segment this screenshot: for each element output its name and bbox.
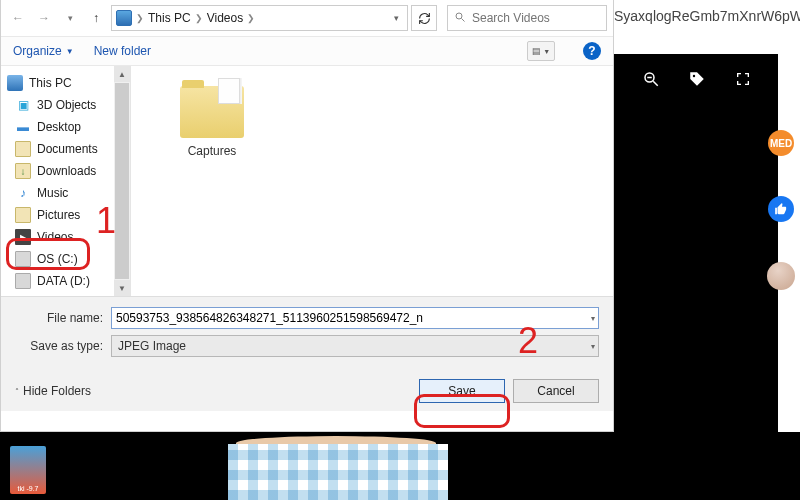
reaction-column: MED <box>766 130 796 290</box>
organize-menu[interactable]: Organize ▼ <box>13 44 74 58</box>
tree-scrollbar[interactable]: ▲ ▼ <box>114 66 130 296</box>
tree-downloads[interactable]: ↓ Downloads <box>1 160 130 182</box>
view-mode-button[interactable]: ▤ ▼ <box>527 41 555 61</box>
tree-pictures[interactable]: Pictures <box>1 204 130 226</box>
filename-label: File name: <box>15 311 111 325</box>
scroll-up-icon[interactable]: ▲ <box>114 66 130 82</box>
saveastype-label: Save as type: <box>15 339 111 353</box>
saveastype-value: JPEG Image <box>118 339 186 353</box>
chevron-down-icon: ▼ <box>543 48 550 55</box>
thumbnails-icon: ▤ <box>532 46 541 56</box>
svg-point-7 <box>693 75 695 77</box>
nav-back-icon[interactable]: ← <box>7 7 29 29</box>
tree-documents[interactable]: Documents <box>1 138 130 160</box>
tree-label: This PC <box>29 76 72 90</box>
folder-tree: This PC ▣ 3D Objects ▬ Desktop Documents… <box>1 66 131 296</box>
pc-icon <box>116 10 132 26</box>
address-bar[interactable]: ❯ This PC ❯ Videos ❯ ▾ <box>111 5 408 31</box>
tree-label: Desktop <box>37 120 81 134</box>
save-button[interactable]: Save <box>419 379 505 403</box>
like-icon[interactable] <box>768 196 794 222</box>
dialog-bottom-panel: File name: ▾ Save as type: JPEG Image ▾ … <box>1 296 613 411</box>
bottom-thumb-1[interactable]: tki -9.7 <box>10 446 46 494</box>
tree-label: OS (C:) <box>37 252 78 266</box>
chevron-down-icon[interactable]: ▾ <box>591 314 595 323</box>
dialog-toolbar: Organize ▼ New folder ▤ ▼ ? <box>1 36 613 66</box>
breadcrumb-root[interactable]: This PC <box>148 11 191 25</box>
new-folder-button[interactable]: New folder <box>94 44 151 58</box>
tree-label: DATA (D:) <box>37 274 90 288</box>
search-box[interactable] <box>447 5 607 31</box>
folder-item[interactable]: Captures <box>177 86 247 158</box>
chevron-down-icon: ▼ <box>66 47 74 56</box>
saveastype-dropdown[interactable]: JPEG Image ▾ <box>111 335 599 357</box>
fullscreen-icon[interactable] <box>734 70 752 88</box>
filename-field[interactable]: ▾ <box>111 307 599 329</box>
disk-icon <box>15 251 31 267</box>
tree-desktop[interactable]: ▬ Desktop <box>1 116 130 138</box>
pictures-icon <box>15 207 31 223</box>
tree-label: Documents <box>37 142 98 156</box>
tree-label: 3D Objects <box>37 98 96 112</box>
tree-label: Music <box>37 186 68 200</box>
tree-label: Downloads <box>37 164 96 178</box>
documents-icon <box>15 141 31 157</box>
chevron-right-icon: ❯ <box>247 13 255 23</box>
chevron-right-icon: ❯ <box>136 13 144 23</box>
tag-icon[interactable] <box>688 70 706 88</box>
tree-videos[interactable]: ▶ Videos <box>1 226 130 248</box>
desktop-icon: ▬ <box>15 119 31 135</box>
chevron-right-icon: ❯ <box>195 13 203 23</box>
tree-data-d[interactable]: DATA (D:) <box>1 270 130 292</box>
nav-forward-icon: → <box>33 7 55 29</box>
avatar[interactable] <box>767 262 795 290</box>
search-input[interactable] <box>472 11 600 25</box>
svg-line-9 <box>462 18 465 21</box>
disk-icon <box>15 273 31 289</box>
chevron-down-icon[interactable]: ▾ <box>390 13 403 23</box>
svg-line-5 <box>653 81 658 86</box>
cube-icon: ▣ <box>15 97 31 113</box>
save-as-dialog: ← → ▾ ↑ ❯ This PC ❯ Videos ❯ ▾ Organize … <box>0 0 614 432</box>
browser-url-fragment: SyaxqlogReGmb7mXnrW6pW0QVCX <box>614 8 800 24</box>
scroll-thumb[interactable] <box>115 83 129 279</box>
chevron-down-icon[interactable]: ▾ <box>59 7 81 29</box>
videos-icon: ▶ <box>15 229 31 245</box>
refresh-icon[interactable] <box>411 5 437 31</box>
svg-point-8 <box>456 13 462 19</box>
folder-label: Captures <box>188 144 237 158</box>
tree-this-pc[interactable]: This PC <box>1 72 130 94</box>
filename-input[interactable] <box>116 311 594 325</box>
downloads-icon: ↓ <box>15 163 31 179</box>
tree-label: Pictures <box>37 208 80 222</box>
hide-folders-toggle[interactable]: ˄ Hide Folders <box>15 384 91 398</box>
hide-folders-label: Hide Folders <box>23 384 91 398</box>
chevron-down-icon[interactable]: ▾ <box>591 342 595 351</box>
organize-label: Organize <box>13 44 62 58</box>
zoom-out-icon[interactable] <box>642 70 660 88</box>
tree-music[interactable]: ♪ Music <box>1 182 130 204</box>
nav-up-icon[interactable]: ↑ <box>85 7 107 29</box>
help-icon[interactable]: ? <box>583 42 601 60</box>
breadcrumb-path[interactable]: Videos <box>207 11 243 25</box>
folder-icon <box>180 86 244 138</box>
folder-contents[interactable]: Captures <box>131 66 613 296</box>
scroll-down-icon[interactable]: ▼ <box>114 280 130 296</box>
tree-label: Videos <box>37 230 73 244</box>
chevron-up-icon: ˄ <box>15 387 19 396</box>
badge-med[interactable]: MED <box>768 130 794 156</box>
search-icon <box>454 11 466 26</box>
tree-os-c[interactable]: OS (C:) <box>1 248 130 270</box>
music-icon: ♪ <box>15 185 31 201</box>
tree-3d-objects[interactable]: ▣ 3D Objects <box>1 94 130 116</box>
photo-fragment-fabric <box>228 444 448 500</box>
cancel-button[interactable]: Cancel <box>513 379 599 403</box>
dialog-nav-row: ← → ▾ ↑ ❯ This PC ❯ Videos ❯ ▾ <box>1 0 613 36</box>
pc-icon <box>7 75 23 91</box>
